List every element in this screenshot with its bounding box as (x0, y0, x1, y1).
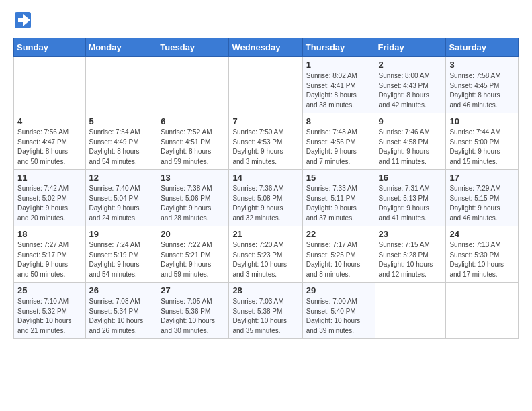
day-cell: 13Sunrise: 7:38 AM Sunset: 5:06 PM Dayli… (157, 170, 229, 226)
day-number: 6 (161, 116, 225, 126)
day-number: 25 (17, 285, 82, 295)
day-number: 3 (449, 60, 515, 70)
day-number: 13 (161, 173, 225, 183)
day-cell: 5Sunrise: 7:54 AM Sunset: 4:49 PM Daylig… (85, 113, 157, 170)
week-row-2: 11Sunrise: 7:42 AM Sunset: 5:02 PM Dayli… (14, 170, 519, 226)
day-number: 19 (89, 229, 154, 239)
day-cell (157, 57, 229, 113)
day-cell: 7Sunrise: 7:50 AM Sunset: 4:53 PM Daylig… (229, 113, 302, 170)
day-info: Sunrise: 7:50 AM Sunset: 4:53 PM Dayligh… (232, 128, 298, 167)
col-header-thursday: Thursday (302, 38, 375, 57)
day-info: Sunrise: 7:15 AM Sunset: 5:28 PM Dayligh… (379, 240, 443, 279)
col-header-friday: Friday (375, 38, 446, 57)
day-number: 1 (306, 60, 371, 70)
day-number: 9 (379, 116, 443, 126)
day-cell: 11Sunrise: 7:42 AM Sunset: 5:02 PM Dayli… (14, 170, 86, 226)
day-number: 15 (306, 173, 371, 183)
day-info: Sunrise: 7:46 AM Sunset: 4:58 PM Dayligh… (379, 128, 443, 167)
day-info: Sunrise: 7:40 AM Sunset: 5:04 PM Dayligh… (89, 184, 154, 223)
day-cell: 26Sunrise: 7:08 AM Sunset: 5:34 PM Dayli… (85, 283, 157, 339)
day-number: 18 (17, 229, 82, 239)
day-info: Sunrise: 8:00 AM Sunset: 4:43 PM Dayligh… (379, 71, 443, 110)
day-number: 20 (161, 229, 225, 239)
day-number: 22 (306, 229, 371, 239)
day-cell: 29Sunrise: 7:00 AM Sunset: 5:40 PM Dayli… (302, 283, 375, 339)
day-number: 10 (449, 116, 515, 126)
day-info: Sunrise: 7:08 AM Sunset: 5:34 PM Dayligh… (89, 297, 154, 336)
day-cell: 14Sunrise: 7:36 AM Sunset: 5:08 PM Dayli… (229, 170, 302, 226)
day-info: Sunrise: 7:36 AM Sunset: 5:08 PM Dayligh… (232, 184, 298, 223)
day-info: Sunrise: 7:27 AM Sunset: 5:17 PM Dayligh… (17, 240, 82, 279)
page: SundayMondayTuesdayWednesdayThursdayFrid… (0, 0, 532, 350)
day-number: 8 (306, 116, 371, 126)
day-info: Sunrise: 7:42 AM Sunset: 5:02 PM Dayligh… (17, 184, 82, 223)
logo-icon (13, 11, 32, 30)
day-cell (14, 57, 86, 113)
day-number: 27 (161, 285, 225, 295)
day-cell: 24Sunrise: 7:13 AM Sunset: 5:30 PM Dayli… (446, 226, 519, 283)
day-cell: 3Sunrise: 7:58 AM Sunset: 4:45 PM Daylig… (446, 57, 519, 113)
day-cell: 15Sunrise: 7:33 AM Sunset: 5:11 PM Dayli… (302, 170, 375, 226)
header-row: SundayMondayTuesdayWednesdayThursdayFrid… (14, 38, 519, 57)
day-info: Sunrise: 7:00 AM Sunset: 5:40 PM Dayligh… (306, 297, 371, 336)
day-info: Sunrise: 7:17 AM Sunset: 5:25 PM Dayligh… (306, 240, 371, 279)
day-number: 7 (232, 116, 298, 126)
day-cell: 1Sunrise: 8:02 AM Sunset: 4:41 PM Daylig… (302, 57, 375, 113)
col-header-tuesday: Tuesday (157, 38, 229, 57)
week-row-3: 18Sunrise: 7:27 AM Sunset: 5:17 PM Dayli… (14, 226, 519, 283)
header (13, 11, 519, 30)
week-row-0: 1Sunrise: 8:02 AM Sunset: 4:41 PM Daylig… (14, 57, 519, 113)
day-info: Sunrise: 7:54 AM Sunset: 4:49 PM Dayligh… (89, 128, 154, 167)
day-number: 26 (89, 285, 154, 295)
day-number: 12 (89, 173, 154, 183)
day-info: Sunrise: 7:03 AM Sunset: 5:38 PM Dayligh… (232, 297, 298, 336)
day-info: Sunrise: 7:13 AM Sunset: 5:30 PM Dayligh… (449, 240, 515, 279)
day-cell: 22Sunrise: 7:17 AM Sunset: 5:25 PM Dayli… (302, 226, 375, 283)
logo (13, 11, 35, 30)
col-header-monday: Monday (85, 38, 157, 57)
day-info: Sunrise: 7:48 AM Sunset: 4:56 PM Dayligh… (306, 128, 371, 167)
day-cell: 23Sunrise: 7:15 AM Sunset: 5:28 PM Dayli… (375, 226, 446, 283)
week-row-1: 4Sunrise: 7:56 AM Sunset: 4:47 PM Daylig… (14, 113, 519, 170)
day-number: 28 (232, 285, 298, 295)
day-info: Sunrise: 7:58 AM Sunset: 4:45 PM Dayligh… (449, 71, 515, 110)
day-info: Sunrise: 7:44 AM Sunset: 5:00 PM Dayligh… (449, 128, 515, 167)
day-cell (446, 283, 519, 339)
day-number: 29 (306, 285, 371, 295)
day-cell: 28Sunrise: 7:03 AM Sunset: 5:38 PM Dayli… (229, 283, 302, 339)
day-info: Sunrise: 7:33 AM Sunset: 5:11 PM Dayligh… (306, 184, 371, 223)
day-cell: 18Sunrise: 7:27 AM Sunset: 5:17 PM Dayli… (14, 226, 86, 283)
day-cell: 4Sunrise: 7:56 AM Sunset: 4:47 PM Daylig… (14, 113, 86, 170)
day-number: 16 (379, 173, 443, 183)
day-number: 5 (89, 116, 154, 126)
day-cell: 20Sunrise: 7:22 AM Sunset: 5:21 PM Dayli… (157, 226, 229, 283)
col-header-saturday: Saturday (446, 38, 519, 57)
day-number: 21 (232, 229, 298, 239)
week-row-4: 25Sunrise: 7:10 AM Sunset: 5:32 PM Dayli… (14, 283, 519, 339)
day-cell (375, 283, 446, 339)
col-header-sunday: Sunday (14, 38, 86, 57)
day-info: Sunrise: 7:24 AM Sunset: 5:19 PM Dayligh… (89, 240, 154, 279)
day-info: Sunrise: 7:29 AM Sunset: 5:15 PM Dayligh… (449, 184, 515, 223)
day-cell: 6Sunrise: 7:52 AM Sunset: 4:51 PM Daylig… (157, 113, 229, 170)
day-info: Sunrise: 8:02 AM Sunset: 4:41 PM Dayligh… (306, 71, 371, 110)
day-cell: 19Sunrise: 7:24 AM Sunset: 5:19 PM Dayli… (85, 226, 157, 283)
day-number: 14 (232, 173, 298, 183)
col-header-wednesday: Wednesday (229, 38, 302, 57)
day-cell: 17Sunrise: 7:29 AM Sunset: 5:15 PM Dayli… (446, 170, 519, 226)
day-cell: 27Sunrise: 7:05 AM Sunset: 5:36 PM Dayli… (157, 283, 229, 339)
day-number: 2 (379, 60, 443, 70)
day-info: Sunrise: 7:52 AM Sunset: 4:51 PM Dayligh… (161, 128, 225, 167)
day-cell: 8Sunrise: 7:48 AM Sunset: 4:56 PM Daylig… (302, 113, 375, 170)
day-cell: 25Sunrise: 7:10 AM Sunset: 5:32 PM Dayli… (14, 283, 86, 339)
day-info: Sunrise: 7:05 AM Sunset: 5:36 PM Dayligh… (161, 297, 225, 336)
day-number: 23 (379, 229, 443, 239)
day-cell: 21Sunrise: 7:20 AM Sunset: 5:23 PM Dayli… (229, 226, 302, 283)
calendar-table: SundayMondayTuesdayWednesdayThursdayFrid… (13, 38, 519, 339)
day-info: Sunrise: 7:38 AM Sunset: 5:06 PM Dayligh… (161, 184, 225, 223)
day-info: Sunrise: 7:10 AM Sunset: 5:32 PM Dayligh… (17, 297, 82, 336)
day-number: 11 (17, 173, 82, 183)
day-cell: 10Sunrise: 7:44 AM Sunset: 5:00 PM Dayli… (446, 113, 519, 170)
day-cell: 9Sunrise: 7:46 AM Sunset: 4:58 PM Daylig… (375, 113, 446, 170)
day-info: Sunrise: 7:22 AM Sunset: 5:21 PM Dayligh… (161, 240, 225, 279)
